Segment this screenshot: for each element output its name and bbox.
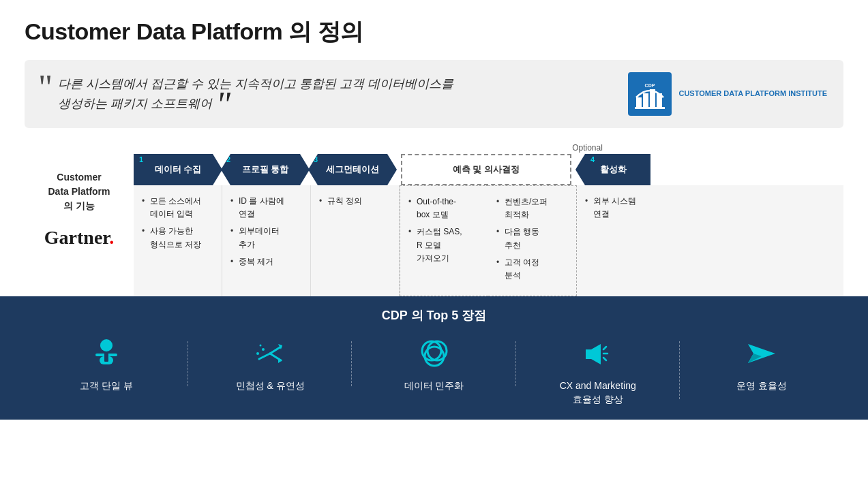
bottom-item-1: 고객 단일 뷰 — [25, 334, 188, 393]
bottom-label-2: 민첩성 & 유연성 — [236, 379, 305, 393]
svg-point-20 — [425, 347, 444, 366]
svg-rect-1 — [643, 93, 648, 108]
optional-label: Optional — [386, 143, 789, 153]
step-header-2: 2 프로필 통합 — [221, 154, 310, 185]
bottom-section: CDP 의 Top 5 장점 고객 단일 뷰 — [0, 296, 868, 420]
list-item: 외부 시스템연결 — [585, 195, 644, 221]
list-item: 사용 가능한형식으로 저장 — [142, 225, 213, 251]
gartner-logo: Gartner. — [44, 227, 114, 249]
person-icon — [87, 334, 125, 373]
list-item: 규칙 정의 — [319, 195, 391, 208]
bottom-item-5: 운영 효율성 — [680, 334, 843, 393]
list-item: 중복 제거 — [230, 255, 302, 268]
bottom-label-1: 고객 단일 뷰 — [80, 379, 133, 393]
svg-line-10 — [259, 354, 270, 359]
step-header-3: 3 세그먼테이션 — [308, 154, 397, 185]
bottom-items: 고객 단일 뷰 — [25, 334, 843, 406]
svg-rect-22 — [586, 349, 591, 359]
quote-text-wrap: " 다른 시스템에서 접근할 수 있는 지속적이고 통합된 고객 데이터베이스를… — [38, 74, 612, 114]
agility-icon — [251, 334, 289, 373]
steps-headers: 1 데이터 수집 2 프로필 통합 3 세그먼테이션 예측 및 의사결정 4 활… — [134, 154, 843, 185]
content-cell-3: 규칙 정의 — [311, 185, 400, 296]
cdp-logo-icon: CDP — [628, 72, 672, 116]
bottom-item-3: 데이터 민주화 — [352, 334, 515, 393]
page-wrapper: Customer Data Platform 의 정의 " 다른 시스템에서 접… — [0, 0, 868, 420]
content-row: 모든 소스에서데이터 입력 사용 가능한형식으로 저장 ID 를 사람에연결 외… — [134, 185, 843, 296]
svg-line-25 — [603, 358, 606, 360]
list-item: 외부데이터추가 — [230, 225, 302, 251]
list-item: 다음 행동추천 — [496, 225, 568, 251]
bottom-label-5: 운영 효율성 — [736, 379, 787, 393]
svg-point-15 — [262, 348, 265, 351]
content-cell-opt2: 컨벤츠/오퍼최적화 다음 행동추천 고객 여정분석 — [488, 185, 577, 296]
list-item: Out-of-the-box 모델 — [408, 195, 480, 221]
bottom-item-4: CX and Marketing효율성 향상 — [516, 334, 680, 406]
svg-line-11 — [270, 347, 281, 354]
svg-text:CDP: CDP — [645, 83, 655, 88]
bottom-item-2: 민첩성 & 유연성 — [188, 334, 352, 393]
step-header-1: 1 데이터 수집 — [134, 154, 222, 185]
democracy-icon — [415, 334, 453, 373]
list-item: 모든 소스에서데이터 입력 — [142, 195, 213, 221]
cdp-icon-svg: CDP — [633, 77, 667, 111]
svg-point-6 — [100, 339, 113, 351]
bottom-section-title: CDP 의 Top 5 장점 — [25, 307, 843, 324]
list-item: 고객 여정분석 — [496, 256, 568, 282]
svg-rect-0 — [636, 97, 642, 108]
svg-point-16 — [256, 352, 259, 355]
svg-marker-14 — [278, 358, 282, 363]
cx-icon — [579, 334, 617, 373]
quote-open-mark: " — [38, 70, 53, 106]
quote-text: 다른 시스템에서 접근할 수 있는 지속적이고 통합된 고객 데이터베이스를생성… — [58, 74, 612, 114]
quote-box: " 다른 시스템에서 접근할 수 있는 지속적이고 통합된 고객 데이터베이스를… — [25, 60, 843, 128]
list-item: ID 를 사람에연결 — [230, 195, 302, 221]
bottom-label-4: CX and Marketing효율성 향상 — [560, 379, 636, 406]
list-item: 커스텀 SAS,R 모델가져오기 — [408, 225, 480, 265]
content-cell-4: 외부 시스템연결 — [577, 185, 652, 296]
svg-rect-4 — [635, 107, 665, 109]
left-panel-title: Customer Data Platform 의 기능 — [48, 170, 110, 213]
efficiency-icon — [743, 334, 781, 373]
content-cell-1: 모든 소스에서데이터 입력 사용 가능한형식으로 저장 — [134, 185, 222, 296]
gartner-text: Gartner. — [44, 227, 114, 248]
bottom-label-3: 데이터 민주화 — [404, 379, 464, 393]
main-content: Customer Data Platform 의 기능 Gartner. Opt… — [25, 143, 843, 296]
page-title: Customer Data Platform 의 정의 — [25, 16, 843, 48]
list-item: 컨벤츠/오퍼최적화 — [496, 195, 568, 221]
svg-line-23 — [603, 347, 606, 349]
cdp-logo-box: CDP CUSTOMER DATA PLATFORM INSTITUTE — [628, 72, 827, 116]
step-header-optional: 예측 및 의사결정 — [401, 154, 571, 185]
cdp-logo-text: CUSTOMER DATA PLATFORM INSTITUTE — [678, 89, 827, 99]
gartner-dot: . — [109, 227, 114, 248]
svg-point-17 — [260, 345, 262, 347]
content-cell-opt1: Out-of-the-box 모델 커스텀 SAS,R 모델가져오기 — [400, 185, 488, 296]
svg-rect-9 — [104, 352, 108, 362]
content-cell-2: ID 를 사람에연결 외부데이터추가 중복 제거 — [222, 185, 311, 296]
left-panel: Customer Data Platform 의 기능 Gartner. — [25, 143, 134, 296]
process-area: Optional 1 데이터 수집 2 프로필 통합 3 세그먼테이션 예측 및… — [134, 143, 843, 296]
step-header-4: 4 활성화 — [575, 154, 650, 185]
